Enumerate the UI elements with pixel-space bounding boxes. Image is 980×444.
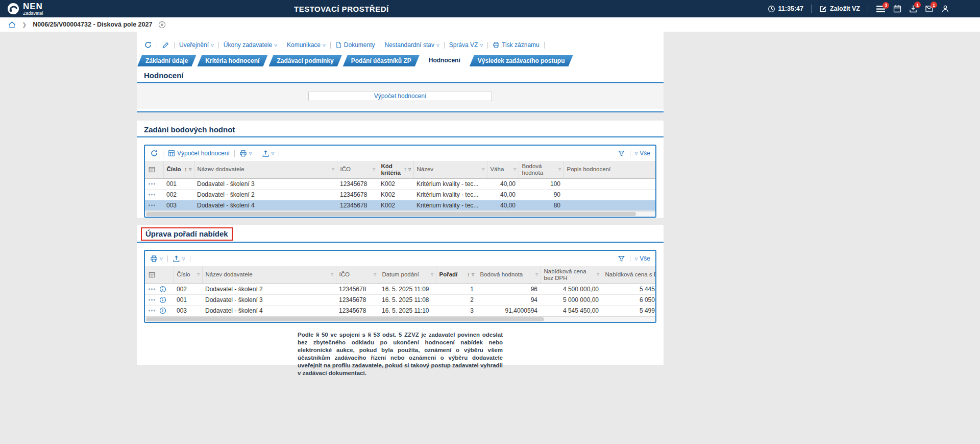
printer-icon [150,255,158,263]
horizontal-scrollbar[interactable] [145,316,655,322]
header-nazev-dodavatele[interactable]: Název dodavatele [194,161,337,178]
messages-button[interactable]: 1 [925,5,934,13]
row-menu-button[interactable] [148,288,156,291]
refresh-icon [150,149,158,157]
breadcrumb-record[interactable]: N006/25/V00004732 - Disková pole 2027 [33,21,152,28]
downloads-badge: 1 [914,2,921,8]
main-menu-button[interactable]: 3 [876,5,886,13]
toolbar-item-ukony-zadavatele[interactable]: Úkony zadavatele [224,41,277,49]
table-row[interactable]: 003 Dodavatel - školení 4 12345678 16. 5… [145,305,655,316]
row-info-button[interactable] [159,307,166,314]
vypocet-hodnoceni-button[interactable]: Výpočet hodnocení [308,91,492,101]
toolbar-item-dokumenty[interactable]: Dokumenty [335,41,375,49]
toolbar-item-tisk-zaznamu[interactable]: Tisk záznamu [493,41,540,49]
grid-vypocet-hodnoceni-button[interactable]: Výpočet hodnocení [168,150,230,157]
header-nabidkova-cena-s-dph[interactable]: Nabídková cena s DPH [602,266,655,284]
toolbar-divider [234,150,235,157]
grid-export-button[interactable] [173,255,185,263]
scrollbar-thumb[interactable] [146,212,636,216]
header-bodova-hodnota[interactable]: Bodová hodnota [477,266,541,284]
table-row[interactable]: 002 Dodavatel - školení 2 12345678 16. 5… [145,284,655,294]
header-cislo[interactable]: Číslo [174,266,202,284]
printer-icon [239,150,247,157]
row-menu-button[interactable] [148,309,156,312]
grid-view-all-button[interactable]: Vše [635,150,650,157]
home-icon [8,21,16,29]
toolbar-divider [630,255,630,262]
close-record-button[interactable] [158,21,166,29]
record-tabs: Základní údaje Kritéria hodnocení Zadáva… [137,54,664,66]
toolbar-divider [157,42,157,49]
toolbar-item-uverejneni[interactable]: Uveřejnění [179,41,214,49]
row-menu-button[interactable] [148,193,160,196]
user-profile-button[interactable] [941,5,949,13]
header-ico[interactable]: IČO [336,266,379,284]
section-title-poradi-highlighted: Úprava pořadí nabídek [141,227,233,241]
messages-badge: 1 [930,2,937,8]
grid-print-button[interactable] [239,150,252,157]
caret-down-icon [436,41,439,49]
header-nazev[interactable]: Název [413,161,487,178]
caret-down-icon [480,41,483,49]
calendar-button[interactable] [893,5,901,13]
row-menu-button[interactable] [148,204,160,207]
toolbar-item-sprava-vz[interactable]: Správa VZ [449,41,483,49]
grid-print-button[interactable] [150,255,163,263]
calendar-icon [893,5,901,13]
row-info-button[interactable] [159,296,166,303]
menu-badge: 3 [883,2,889,9]
tab-zakladni-udaje[interactable]: Základní údaje [137,55,196,66]
grid-refresh-button[interactable] [150,149,158,157]
grid-view-all-button[interactable]: Vše [635,255,650,262]
header-popis-hodnoceni[interactable]: Popis hodnocení [564,161,655,178]
brand-subtitle: Zadavatel [23,11,43,16]
nen-logo[interactable]: NEN Zadavatel [7,2,43,16]
home-button[interactable] [8,21,16,29]
toolbar-divider [174,42,175,49]
tab-kriteria-hodnoceni[interactable]: Kritéria hodnocení [197,55,267,66]
table-row[interactable]: 001 Dodavatel - školení 3 12345678 K002 … [145,178,655,189]
table-row-selected[interactable]: 003 Dodavatel - školení 4 12345678 K002 … [145,200,655,211]
toolbar-divider [544,42,545,49]
header-poradi[interactable]: Pořadí [436,266,477,284]
table-row[interactable]: 002 Dodavatel - školení 2 12345678 K002 … [145,189,655,200]
record-header-section: Uveřejnění Úkony zadavatele Komunikace D… [137,32,664,112]
column-chooser-button[interactable] [145,266,174,284]
header-cislo[interactable]: Číslo [163,161,194,178]
header-nabidkova-cena-bez-dph[interactable]: Nabídková cena bez DPH [541,266,602,284]
header-bodova-hodnota[interactable]: Bodová hodnota [519,161,564,178]
header-vaha[interactable]: Váha [487,161,519,178]
downloads-button[interactable]: 1 [909,5,917,13]
row-menu-button[interactable] [148,298,156,301]
table-row[interactable]: 001 Dodavatel - školení 3 12345678 16. 5… [145,294,655,305]
grid-export-button[interactable] [262,150,275,157]
edit-record-button[interactable] [162,41,169,49]
grid-filter-button[interactable] [618,255,625,263]
tab-podani-ucastniku-zp[interactable]: Podání účastníků ZP [343,55,420,66]
poradi-grid-toolbar: Vše [145,251,655,266]
toolbar-divider [167,255,168,262]
tab-hodnoceni[interactable]: Hodnocení [421,54,469,66]
header-nazev-dodavatele[interactable]: Název dodavatele [202,266,336,284]
edit-square-icon [819,5,827,13]
row-info-button[interactable] [159,286,166,293]
tab-vysledek-zadavaciho-postupu[interactable]: Výsledek zadávacího postupu [470,55,573,66]
horizontal-scrollbar[interactable] [145,211,655,217]
export-icon [262,150,270,157]
header-divider [811,5,812,13]
row-menu-button[interactable] [148,182,160,185]
header-ico[interactable]: IČO [337,161,378,178]
scrollbar-thumb[interactable] [146,317,544,321]
create-vz-button[interactable]: Založit VZ [819,5,860,13]
section-title-bodove: Zadání bodových hodnot [137,121,664,136]
refresh-button[interactable] [144,41,152,49]
header-kod-kriteria[interactable]: Kód kritéria [378,161,413,178]
toolbar-item-komunikace[interactable]: Komunikace [287,41,326,49]
legal-notice-text: Podle § 50 ve spojení s § 53 odst. 5 ZZV… [298,331,503,378]
tab-zadavaci-podminky[interactable]: Zadávací podmínky [268,55,341,66]
toolbar-item-nestandardni-stav[interactable]: Nestandardní stav [385,41,439,49]
header-datum-podani[interactable]: Datum podání [379,266,436,284]
brand-name: NEN [23,2,43,11]
grid-filter-button[interactable] [618,150,625,157]
column-chooser-button[interactable] [145,161,163,178]
